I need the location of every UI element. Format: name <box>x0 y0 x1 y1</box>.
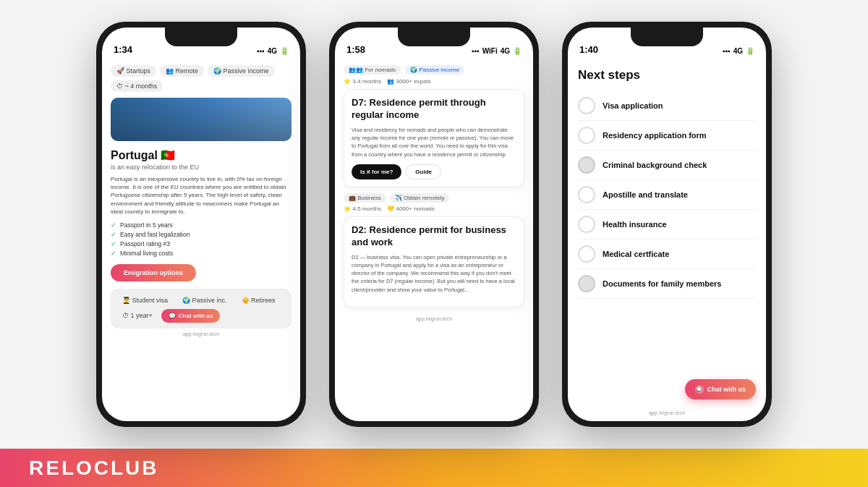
phone1-hero <box>111 98 292 141</box>
p2-card2-stats: ⭐ 4-5 months 💛 4000+ nomads <box>344 206 524 212</box>
check-item-1: ✓Passport in 5 years <box>111 221 292 229</box>
step-label-7: Documents for family members <box>603 279 721 289</box>
p2-card2-title: D2: Residence permit for business and wo… <box>352 224 516 249</box>
step-circle-7 <box>578 275 595 292</box>
phone-3: 1:40 ▪▪▪ 4G 🔋 Next steps Visa applicatio… <box>562 22 772 427</box>
next-steps-title: Next steps <box>578 68 756 82</box>
bottom-tags: 👨‍🎓 Student visa 🌍 Passive inc. 👴 Retire… <box>111 289 292 329</box>
footer-logo: RELOCLUB <box>29 457 159 480</box>
phone1-tags: 🚀 Startups 👥 Remote 🌍 Passive income ⏱ ~… <box>111 65 292 92</box>
p2-card-1: D7: Residence permit through regular inc… <box>344 89 524 187</box>
step-circle-1 <box>578 97 595 114</box>
app-url-1: app.migrun.tech <box>111 329 292 338</box>
p2-top-tags: 👥👥 For nomads 🌍 Passive income <box>344 65 524 75</box>
guide-btn[interactable]: Guide <box>406 164 441 179</box>
tag-startups: 🚀 Startups <box>111 65 156 77</box>
main-area: 1:34 ▪▪▪ 4G 🔋 🚀 Startups 👥 Remote 🌍 Pass… <box>0 0 868 449</box>
country-desc: Portugal is an inexpensive country to li… <box>111 175 292 216</box>
phone-2: 1:58 ▪▪▪ WiFi 4G 🔋 👥👥 For nomads 🌍 Passi… <box>329 22 539 427</box>
check-item-3: ✓Passport rating #3 <box>111 240 292 247</box>
chat-btn-1[interactable]: 💬 Chat with us <box>161 309 221 323</box>
app-url-2: app.migrun.tech <box>344 313 524 323</box>
p2-card2-tags: 💼 Business ✈️ Obtain remotely <box>344 193 524 203</box>
step-label-4: Apostille and translate <box>603 190 688 200</box>
step-residency-form[interactable]: Residency application form <box>578 121 756 151</box>
p2-stats: ⭐ 3-4 months 👥 3000+ expats <box>344 78 524 85</box>
phone-notch-3 <box>631 27 703 46</box>
step-label-6: Medical certficate <box>603 249 669 259</box>
step-apostille[interactable]: Apostille and translate <box>578 180 756 210</box>
status-icons-1: ▪▪▪ 4G 🔋 <box>257 47 289 55</box>
step-background-check[interactable]: Criminal background check <box>578 151 756 180</box>
phone-notch-2 <box>398 27 470 46</box>
check-item-2: ✓Easy and fast legalization <box>111 231 292 238</box>
p2-card-2: D2: Residence permit for business and wo… <box>344 216 524 308</box>
step-circle-2 <box>578 127 595 144</box>
p2-card1-btns: Is it for me? Guide <box>352 164 516 179</box>
tag-passive: 🌍 Passive income <box>208 65 275 77</box>
is-it-for-me-btn[interactable]: Is it for me? <box>352 164 401 179</box>
chat-icon-3: 💬 <box>695 385 704 394</box>
p2-card1-desc: Visa and residency for nomads and people… <box>352 126 516 158</box>
step-label-3: Criminal background check <box>603 160 707 170</box>
status-icons-3: ▪▪▪ 4G 🔋 <box>723 47 754 55</box>
step-visa-application[interactable]: Visa application <box>578 91 756 121</box>
phone2-content: 👥👥 For nomads 🌍 Passive income ⭐ 3-4 mon… <box>335 59 533 421</box>
step-circle-6 <box>578 245 595 263</box>
time-3: 1:40 <box>579 44 598 55</box>
chat-btn-3[interactable]: 💬 Chat with us <box>685 379 757 399</box>
phone-notch-1 <box>165 27 237 46</box>
footer: RELOCLUB <box>0 449 868 487</box>
status-icons-2: ▪▪▪ WiFi 4G 🔋 <box>472 47 522 55</box>
tag-remote: 👥 Remote <box>160 65 204 77</box>
step-family-docs[interactable]: Documents for family members <box>578 269 756 299</box>
country-subtitle: is an easy relocation to the EU <box>111 164 292 171</box>
step-circle-5 <box>578 216 595 233</box>
time-1: 1:34 <box>114 44 132 55</box>
step-health-insurance[interactable]: Health insurance <box>578 210 756 240</box>
step-circle-4 <box>578 186 595 203</box>
tag-months: ⏱ ~ 4 months <box>111 80 163 92</box>
emigration-btn[interactable]: Emigration options <box>111 264 196 281</box>
p2-card2-desc: D2 — business visa. You can open private… <box>352 253 516 294</box>
phone1-content: 🚀 Startups 👥 Remote 🌍 Passive income ⏱ ~… <box>102 59 300 421</box>
phone-1: 1:34 ▪▪▪ 4G 🔋 🚀 Startups 👥 Remote 🌍 Pass… <box>96 22 306 427</box>
country-title: Portugal 🇵🇹 <box>111 148 292 162</box>
step-medical[interactable]: Medical certficate <box>578 240 756 269</box>
p2-card1-title: D7: Residence permit through regular inc… <box>352 97 516 122</box>
app-url-3: app.migrun.tech <box>568 407 766 417</box>
step-label-2: Residency application form <box>603 130 707 140</box>
step-label-5: Health insurance <box>603 219 667 229</box>
phone3-content: Next steps Visa application Residency ap… <box>568 59 766 421</box>
time-2: 1:58 <box>346 44 365 55</box>
check-list: ✓Passport in 5 years ✓Easy and fast lega… <box>111 221 292 257</box>
step-label-1: Visa application <box>603 101 663 111</box>
step-circle-3 <box>578 156 595 174</box>
check-item-4: ✓Minimal living costs <box>111 250 292 257</box>
